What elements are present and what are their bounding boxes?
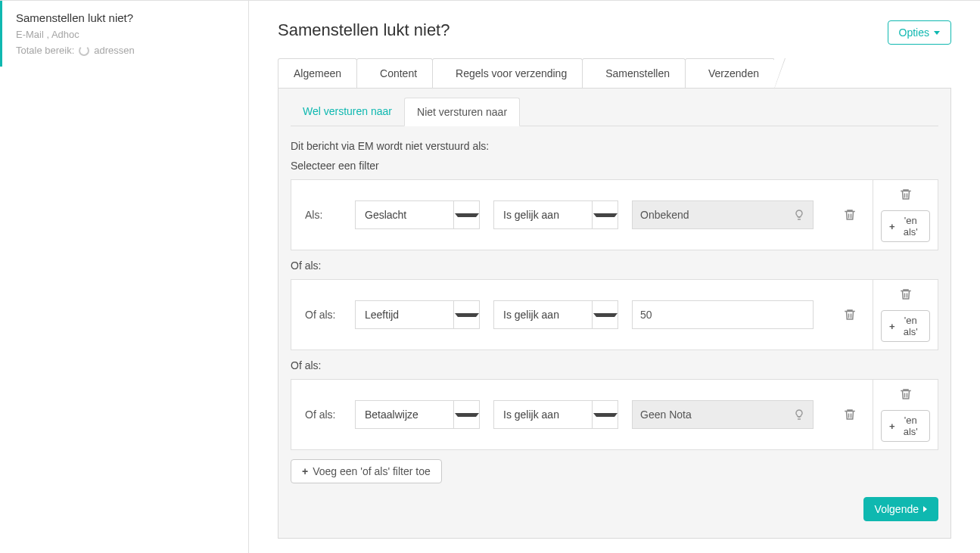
trash-icon[interactable]	[899, 188, 913, 201]
value-readonly: Geen Nota	[632, 400, 814, 429]
sidebar-reach-unit: adressen	[94, 45, 134, 56]
value-readonly: Onbekend	[632, 200, 814, 229]
options-button[interactable]: Opties	[888, 20, 951, 45]
plus-icon: +	[889, 321, 895, 332]
filter-rule: Of als: Betaalwijze Is gelijk aan Geen N…	[291, 379, 938, 450]
sidebar-card: Samenstellen lukt niet? E-Mail , Adhoc T…	[0, 1, 248, 67]
add-of-als-button[interactable]: + Voeg een 'of als' filter toe	[291, 459, 442, 483]
of-als-heading: Of als:	[278, 359, 950, 379]
field-select[interactable]: Betaalwijze	[355, 400, 480, 429]
operator-select[interactable]: Is gelijk aan	[493, 200, 618, 229]
plus-icon: +	[302, 465, 308, 477]
add-en-als-button[interactable]: + 'en als'	[881, 310, 930, 342]
add-en-als-button[interactable]: + 'en als'	[881, 210, 930, 242]
caret-down-icon	[934, 31, 940, 35]
sidebar-reach-label: Totale bereik:	[16, 45, 74, 56]
lightbulb-icon[interactable]	[793, 409, 805, 421]
trash-icon[interactable]	[899, 387, 913, 401]
subtab-wel-versturen[interactable]: Wel versturen naar	[291, 98, 404, 126]
rule-label: Of als:	[305, 409, 341, 421]
field-select[interactable]: Geslacht	[355, 200, 480, 229]
chevron-down-icon	[455, 213, 479, 217]
trash-icon[interactable]	[843, 308, 857, 322]
value-text: Onbekend	[640, 209, 689, 221]
tab-samenstellen[interactable]: Samenstellen	[582, 58, 686, 88]
trash-icon[interactable]	[843, 408, 857, 421]
chevron-down-icon	[593, 213, 618, 217]
value-input[interactable]	[632, 300, 814, 329]
main: Samenstellen lukt niet? Opties Algemeen …	[249, 1, 980, 553]
filter-rule: Als: Geslacht Is gelijk aan Onbekend	[291, 179, 938, 250]
tab-regels[interactable]: Regels voor verzending	[432, 58, 583, 88]
trash-icon[interactable]	[843, 208, 857, 222]
next-button[interactable]: Volgende	[863, 497, 938, 521]
field-select-value: Leeftijd	[356, 309, 408, 321]
chevron-down-icon	[593, 313, 618, 317]
trash-icon[interactable]	[899, 287, 913, 301]
operator-select-value: Is gelijk aan	[494, 309, 568, 321]
sidebar-title: Samenstellen lukt niet?	[16, 11, 235, 24]
tab-algemeen[interactable]: Algemeen	[278, 58, 357, 88]
filter-rule: Of als: Leeftijd Is gelijk aan	[291, 279, 938, 350]
chevron-down-icon	[455, 413, 479, 417]
lead-text: Dit bericht via EM wordt niet verstuurd …	[278, 126, 950, 160]
sidebar-reach: Totale bereik: adressen	[16, 45, 235, 56]
spinner-icon	[79, 45, 89, 56]
field-select[interactable]: Leeftijd	[355, 300, 480, 329]
tab-pane: Wel versturen naar Niet versturen naar D…	[278, 89, 951, 539]
operator-select[interactable]: Is gelijk aan	[493, 400, 618, 429]
sidebar: Samenstellen lukt niet? E-Mail , Adhoc T…	[0, 1, 249, 553]
plus-icon: +	[889, 421, 895, 432]
subtab-niet-versturen[interactable]: Niet versturen naar	[404, 98, 520, 126]
add-en-als-label: 'en als'	[900, 215, 922, 238]
chevron-down-icon	[455, 313, 479, 317]
chevron-right-icon	[923, 506, 927, 512]
tab-verzenden[interactable]: Verzenden	[685, 58, 775, 88]
field-select-value: Betaalwijze	[356, 409, 428, 421]
options-button-label: Opties	[899, 26, 929, 39]
add-of-als-label: Voeg een 'of als' filter toe	[313, 465, 431, 477]
page-title: Samenstellen lukt niet?	[278, 20, 450, 40]
operator-select-value: Is gelijk aan	[494, 409, 568, 421]
tab-bar: Algemeen Content Regels voor verzending …	[278, 58, 951, 89]
chevron-down-icon	[593, 413, 618, 417]
sidebar-meta: E-Mail , Adhoc	[16, 29, 235, 40]
add-en-als-button[interactable]: + 'en als'	[881, 410, 930, 442]
next-button-label: Volgende	[875, 503, 919, 515]
subtab-bar: Wel versturen naar Niet versturen naar	[291, 89, 938, 126]
value-text: Geen Nota	[640, 409, 692, 421]
field-select-value: Geslacht	[356, 209, 415, 221]
add-en-als-label: 'en als'	[900, 415, 922, 437]
lightbulb-icon[interactable]	[793, 209, 805, 221]
operator-select-value: Is gelijk aan	[494, 209, 568, 221]
plus-icon: +	[889, 221, 895, 232]
tab-content[interactable]: Content	[356, 58, 433, 88]
rule-label: Of als:	[305, 309, 341, 321]
rule-label: Als:	[305, 209, 341, 221]
add-en-als-label: 'en als'	[900, 315, 922, 337]
filter-header: Selecteer een filter	[278, 160, 950, 179]
operator-select[interactable]: Is gelijk aan	[493, 300, 618, 329]
of-als-heading: Of als:	[278, 259, 950, 279]
